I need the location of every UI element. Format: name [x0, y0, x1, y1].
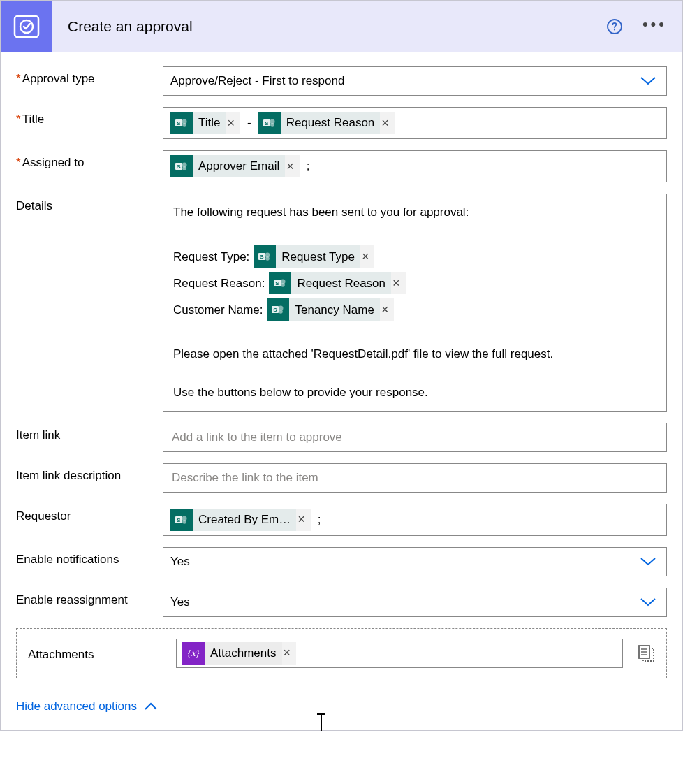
separator-text: ;	[315, 513, 324, 527]
enable-reassignment-select[interactable]: Yes	[163, 588, 667, 617]
row-enable-reassignment: Enable reassignment Yes	[16, 588, 667, 617]
row-item-link: Item link Add a link to the item to appr…	[16, 423, 667, 452]
token-sp-request-type[interactable]: S Request Type ×	[254, 245, 374, 268]
details-prefix: Request Reason:	[173, 274, 265, 293]
insert-step-caret[interactable]	[321, 713, 322, 731]
chevron-down-icon	[640, 597, 656, 607]
separator-text: ;	[304, 159, 313, 173]
row-item-link-desc: Item link description Describe the link …	[16, 463, 667, 493]
attachments-input[interactable]: {𝑥} Attachments ×	[176, 639, 623, 668]
svg-point-11	[270, 123, 274, 127]
svg-point-7	[182, 123, 186, 127]
label-approval-type: *Approval type	[16, 66, 163, 86]
details-intro: The following request has been sent to y…	[173, 203, 656, 222]
approval-type-select[interactable]: Approve/Reject - First to respond	[163, 66, 667, 96]
token-label: Title	[193, 112, 226, 134]
assigned-to-input[interactable]: S Approver Email × ;	[163, 150, 667, 182]
token-sp-approver-email[interactable]: S Approver Email ×	[170, 155, 300, 177]
approval-type-value: Approve/Reject - First to respond	[170, 74, 344, 88]
item-link-desc-input[interactable]: Describe the link to the item	[163, 463, 667, 493]
details-line-request-reason: Request Reason: S Request Reason ×	[173, 272, 656, 294]
sharepoint-icon: S	[170, 509, 193, 531]
label-enable-notifications: Enable notifications	[16, 547, 163, 567]
row-title: *Title S Title × - S Requ	[16, 107, 667, 139]
svg-point-15	[182, 166, 186, 170]
row-requestor: Requestor S Created By Em… × ;	[16, 504, 667, 536]
svg-text:S: S	[274, 307, 278, 313]
svg-text:S: S	[177, 517, 181, 523]
remove-token-icon[interactable]: ×	[391, 273, 406, 293]
label-item-link-desc: Item link description	[16, 463, 163, 483]
token-sp-title[interactable]: S Title ×	[170, 112, 240, 134]
sharepoint-icon: S	[267, 298, 289, 321]
svg-point-19	[266, 256, 270, 261]
hide-advanced-options-link[interactable]: Hide advanced options	[1, 685, 682, 730]
row-assigned-to: *Assigned to S Approver Email × ;	[16, 150, 667, 182]
token-sp-request-reason[interactable]: S Request Reason ×	[258, 112, 395, 134]
chevron-down-icon	[640, 557, 656, 567]
token-var-attachments[interactable]: {𝑥} Attachments ×	[182, 642, 296, 665]
details-line-customer-name: Customer Name: S Tenancy Name ×	[173, 298, 656, 321]
details-input[interactable]: The following request has been sent to y…	[163, 194, 667, 412]
row-enable-notifications: Enable notifications Yes	[16, 547, 667, 576]
enable-notifications-select[interactable]: Yes	[163, 547, 667, 576]
label-details: Details	[16, 194, 163, 213]
svg-point-31	[182, 520, 186, 524]
remove-token-icon[interactable]: ×	[360, 247, 375, 267]
sharepoint-icon: S	[254, 245, 276, 268]
details-line-request-type: Request Type: S Request Type ×	[173, 245, 656, 268]
remove-token-icon[interactable]: ×	[380, 116, 395, 131]
card-header[interactable]: Create an approval •••	[1, 1, 682, 52]
label-title: *Title	[16, 107, 163, 126]
details-text: Please open the attached 'RequestDetail.…	[173, 344, 656, 363]
token-sp-request-reason[interactable]: S Request Reason ×	[269, 272, 405, 294]
label-requestor: Requestor	[16, 504, 163, 523]
row-details: Details The following request has been s…	[16, 194, 667, 412]
svg-point-27	[279, 310, 284, 314]
svg-point-3	[614, 29, 615, 30]
svg-point-23	[281, 283, 286, 287]
select-value: Yes	[170, 555, 190, 569]
label-item-link: Item link	[16, 423, 163, 442]
remove-token-icon[interactable]: ×	[226, 116, 241, 131]
remove-token-icon[interactable]: ×	[282, 646, 297, 660]
svg-text:S: S	[177, 120, 181, 126]
card-title[interactable]: Create an approval	[52, 18, 606, 35]
token-sp-tenancy-name[interactable]: S Tenancy Name ×	[267, 298, 394, 321]
requestor-input[interactable]: S Created By Em… × ;	[163, 504, 667, 536]
footer-link-text: Hide advanced options	[16, 699, 137, 713]
token-sp-created-by-email[interactable]: S Created By Em… ×	[170, 509, 311, 531]
label-attachments: Attachments	[28, 645, 176, 662]
switch-to-array-icon[interactable]	[637, 644, 655, 662]
token-label: Attachments	[205, 642, 282, 665]
details-text: Use the buttons below to provide your re…	[173, 383, 656, 402]
separator-text: -	[244, 116, 254, 130]
help-icon[interactable]	[606, 18, 623, 35]
title-input[interactable]: S Title × - S Request Reason ×	[163, 107, 667, 139]
token-label: Approver Email	[193, 155, 285, 177]
token-label: Request Reason	[281, 112, 381, 134]
token-label: Request Reason	[291, 272, 391, 294]
remove-token-icon[interactable]: ×	[380, 300, 395, 320]
remove-token-icon[interactable]: ×	[285, 159, 300, 174]
svg-text:S: S	[276, 280, 280, 286]
remove-token-icon[interactable]: ×	[296, 512, 311, 527]
label-enable-reassignment: Enable reassignment	[16, 588, 163, 607]
more-icon[interactable]: •••	[642, 17, 667, 36]
svg-text:{𝑥}: {𝑥}	[188, 648, 200, 658]
row-attachments: Attachments {𝑥} Attachments ×	[16, 628, 667, 678]
details-prefix: Request Type:	[173, 247, 249, 266]
approval-action-icon	[1, 1, 52, 52]
token-label: Created By Em…	[193, 509, 296, 531]
sharepoint-icon: S	[170, 155, 193, 177]
row-approval-type: *Approval type Approve/Reject - First to…	[16, 66, 667, 96]
item-link-input[interactable]: Add a link to the item to approve	[163, 423, 667, 452]
token-label: Tenancy Name	[289, 298, 379, 321]
chevron-up-icon	[144, 702, 158, 711]
sharepoint-icon: S	[269, 272, 291, 294]
svg-text:S: S	[265, 120, 269, 126]
label-assigned-to: *Assigned to	[16, 150, 163, 170]
chevron-down-icon	[640, 76, 656, 86]
select-value: Yes	[170, 595, 190, 609]
svg-text:S: S	[177, 164, 181, 170]
